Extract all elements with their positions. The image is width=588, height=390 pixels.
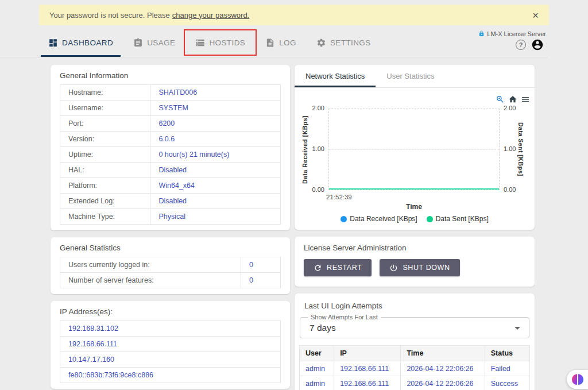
server-icon (195, 38, 205, 48)
gear-icon (316, 38, 326, 48)
x-axis-label: Time (328, 203, 500, 211)
dashboard-icon (48, 38, 58, 48)
plot-area (328, 109, 500, 190)
tab-label: USAGE (147, 38, 175, 47)
legend-item-received: Data Received [KBps] (341, 215, 417, 223)
chart-legend: Data Received [KBps] Data Sent [KBps] (295, 215, 535, 223)
clipboard-icon (133, 38, 143, 48)
y-axis-label-right: Data Sent [KBps] (517, 109, 524, 190)
main-content: General Information Hostname:SHAITD006 U… (51, 65, 535, 390)
select-label: Show Attempts For Last (308, 314, 381, 321)
tab-label: DASHBOARD (62, 38, 113, 47)
left-column: General Information Hostname:SHAITD006 U… (51, 65, 290, 390)
tab-dashboard[interactable]: DASHBOARD (41, 29, 121, 57)
ip-addresses-card: IP Address(es): 192.168.31.102 192.168.6… (51, 301, 290, 389)
general-information-table: Hostname:SHAITD006 Username:SYSTEM Port:… (60, 84, 281, 225)
main-nav: DASHBOARD USAGE HOSTIDS LOG SETTINGS LM-… (0, 29, 547, 57)
y-tick: 0.00 (301, 186, 324, 193)
table-row: Machine Type:Physical (60, 209, 281, 225)
status-badge: Success (485, 376, 529, 390)
home-icon[interactable] (508, 95, 517, 104)
restart-icon (314, 264, 322, 272)
y-tick: 1.00 (301, 145, 324, 152)
password-warning-banner: Your password is not secure. Please chan… (39, 5, 549, 25)
tab-user-statistics[interactable]: User Statistics (376, 65, 445, 87)
list-item: 10.147.17.160 (60, 352, 281, 368)
restart-button[interactable]: RESTART (304, 259, 372, 276)
tab-settings[interactable]: SETTINGS (309, 29, 378, 57)
table-row: Users currently logged in:0 (60, 257, 281, 273)
right-column: Network Statistics User Statistics Data … (295, 65, 535, 390)
table-header-row: User IP Time Status (300, 346, 530, 361)
table-row: Uptime:0 hour(s) 21 minute(s) (60, 147, 281, 163)
brand-label: LM-X License Server (487, 30, 546, 37)
panel-title: IP Address(es): (60, 307, 281, 316)
x-tick: 21:52:39 (326, 194, 352, 200)
table-row: Platform:Win64_x64 (60, 178, 281, 194)
attempts-filter-select[interactable]: Show Attempts For Last 7 days (300, 317, 529, 338)
status-badge: Failed (485, 361, 529, 376)
table-row: Version:6.0.6 (60, 132, 281, 147)
nav-tabs: DASHBOARD USAGE HOSTIDS LOG SETTINGS (0, 29, 547, 57)
chart-toolbar (496, 95, 530, 104)
power-icon (389, 264, 398, 272)
admin-buttons: RESTART SHUT DOWN (304, 259, 525, 276)
network-statistics-chart: Data Received [KBps] 2.00 1.00 0.00 2.00… (295, 88, 535, 229)
panel-title: General Information (60, 71, 281, 80)
tab-usage[interactable]: USAGE (126, 29, 183, 57)
zoom-in-icon[interactable] (496, 95, 505, 104)
tab-label: LOG (279, 38, 296, 47)
statistics-tabbar: Network Statistics User Statistics (295, 65, 535, 88)
list-item: 192.168.66.111 (60, 337, 281, 352)
table-row: HAL:Disabled (60, 163, 281, 178)
brain-extension-button[interactable] (567, 370, 588, 389)
table-row: admin 192.168.66.111 2026-04-12 22:06:26… (300, 361, 530, 376)
legend-dot-green (427, 216, 433, 222)
user-avatar-icon[interactable] (531, 38, 544, 51)
menu-icon[interactable] (521, 95, 530, 104)
general-statistics-card: General Statistics Users currently logge… (51, 237, 290, 294)
document-icon (265, 38, 275, 48)
select-value: 7 days (300, 318, 529, 338)
tab-label: SETTINGS (330, 38, 371, 47)
panel-title: Last UI Login Attempts (304, 302, 530, 310)
change-password-link[interactable]: change your password. (172, 11, 249, 20)
table-row: Number of server features:0 (60, 273, 281, 288)
help-icon[interactable]: ? (516, 40, 526, 50)
table-row: Username:SYSTEM (60, 101, 281, 116)
banner-message: Your password is not secure. Please (49, 11, 170, 20)
tab-hostids[interactable]: HOSTIDS (188, 29, 253, 57)
statistics-card: Network Statistics User Statistics Data … (295, 65, 535, 230)
list-item: 192.168.31.102 (60, 321, 281, 337)
general-statistics-table: Users currently logged in:0 Number of se… (60, 257, 281, 288)
chevron-down-icon (514, 327, 520, 330)
brain-icon (572, 374, 583, 385)
table-row: Extended Log:Disabled (60, 194, 281, 209)
legend-dot-blue (341, 216, 347, 222)
panel-title: General Statistics (60, 244, 281, 252)
tab-log[interactable]: LOG (258, 29, 304, 57)
tab-label: HOSTIDS (209, 38, 245, 47)
table-row: admin 192.168.66.111 2026-04-12 22:06:26… (300, 376, 530, 390)
gridline (329, 149, 499, 150)
login-attempts-table: User IP Time Status admin 192.168.66.111… (299, 345, 530, 390)
nav-icons: ? (516, 38, 544, 51)
data-sent-line (329, 188, 499, 190)
table-row: Port:6200 (60, 116, 281, 132)
shutdown-button[interactable]: SHUT DOWN (380, 259, 459, 276)
list-item: fe80::683b:73f6:9ce8:c886 (60, 368, 281, 383)
table-row: Hostname:SHAITD006 (60, 85, 281, 101)
banner-close-button[interactable]: × (532, 10, 539, 21)
tab-network-statistics[interactable]: Network Statistics (295, 65, 376, 87)
panel-title: License Server Administration (304, 244, 525, 252)
y-tick: 2.00 (301, 105, 324, 111)
ip-addresses-table: 192.168.31.102 192.168.66.111 10.147.17.… (60, 321, 281, 383)
brand: LM-X License Server (478, 30, 546, 37)
legend-item-sent: Data Sent [KBps] (427, 215, 489, 223)
login-attempts-card: Last UI Login Attempts Show Attempts For… (295, 294, 535, 390)
general-information-card: General Information Hostname:SHAITD006 U… (51, 65, 290, 230)
lock-icon (478, 30, 485, 37)
license-admin-card: License Server Administration RESTART SH… (295, 237, 535, 287)
